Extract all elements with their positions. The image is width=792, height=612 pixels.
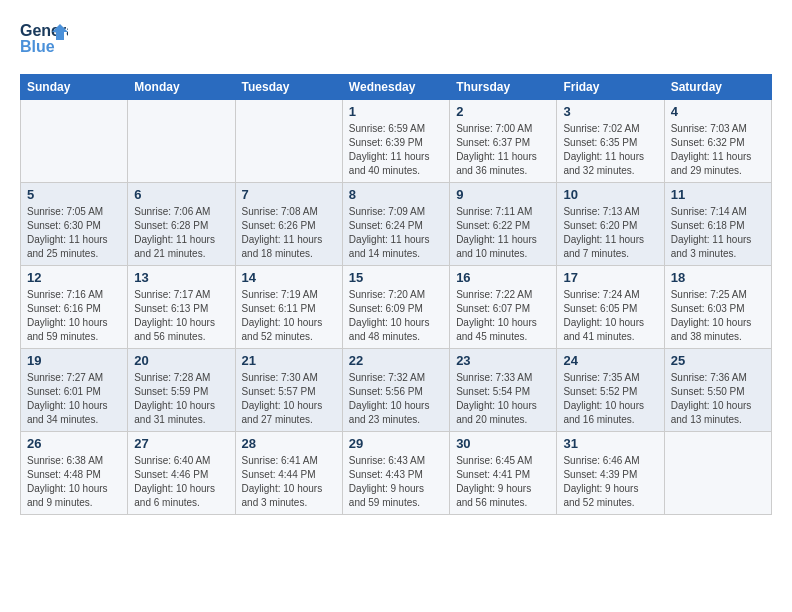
day-info: Sunrise: 7:33 AM Sunset: 5:54 PM Dayligh… bbox=[456, 371, 550, 427]
day-number: 5 bbox=[27, 187, 121, 202]
day-number: 6 bbox=[134, 187, 228, 202]
header: General Blue bbox=[20, 16, 772, 64]
day-number: 11 bbox=[671, 187, 765, 202]
calendar-cell: 24Sunrise: 7:35 AM Sunset: 5:52 PM Dayli… bbox=[557, 349, 664, 432]
day-info: Sunrise: 7:25 AM Sunset: 6:03 PM Dayligh… bbox=[671, 288, 765, 344]
day-number: 27 bbox=[134, 436, 228, 451]
day-info: Sunrise: 7:16 AM Sunset: 6:16 PM Dayligh… bbox=[27, 288, 121, 344]
day-info: Sunrise: 7:27 AM Sunset: 6:01 PM Dayligh… bbox=[27, 371, 121, 427]
calendar-cell bbox=[235, 100, 342, 183]
day-info: Sunrise: 7:06 AM Sunset: 6:28 PM Dayligh… bbox=[134, 205, 228, 261]
day-info: Sunrise: 6:59 AM Sunset: 6:39 PM Dayligh… bbox=[349, 122, 443, 178]
calendar-cell: 16Sunrise: 7:22 AM Sunset: 6:07 PM Dayli… bbox=[450, 266, 557, 349]
calendar-cell: 30Sunrise: 6:45 AM Sunset: 4:41 PM Dayli… bbox=[450, 432, 557, 515]
day-number: 31 bbox=[563, 436, 657, 451]
calendar-cell: 20Sunrise: 7:28 AM Sunset: 5:59 PM Dayli… bbox=[128, 349, 235, 432]
day-number: 15 bbox=[349, 270, 443, 285]
calendar-cell: 7Sunrise: 7:08 AM Sunset: 6:26 PM Daylig… bbox=[235, 183, 342, 266]
day-info: Sunrise: 7:02 AM Sunset: 6:35 PM Dayligh… bbox=[563, 122, 657, 178]
logo: General Blue bbox=[20, 16, 68, 64]
day-number: 22 bbox=[349, 353, 443, 368]
day-info: Sunrise: 6:45 AM Sunset: 4:41 PM Dayligh… bbox=[456, 454, 550, 510]
day-info: Sunrise: 7:32 AM Sunset: 5:56 PM Dayligh… bbox=[349, 371, 443, 427]
day-info: Sunrise: 7:05 AM Sunset: 6:30 PM Dayligh… bbox=[27, 205, 121, 261]
calendar-cell bbox=[21, 100, 128, 183]
day-number: 25 bbox=[671, 353, 765, 368]
calendar-cell: 18Sunrise: 7:25 AM Sunset: 6:03 PM Dayli… bbox=[664, 266, 771, 349]
day-info: Sunrise: 7:20 AM Sunset: 6:09 PM Dayligh… bbox=[349, 288, 443, 344]
day-info: Sunrise: 6:41 AM Sunset: 4:44 PM Dayligh… bbox=[242, 454, 336, 510]
calendar-cell: 19Sunrise: 7:27 AM Sunset: 6:01 PM Dayli… bbox=[21, 349, 128, 432]
day-info: Sunrise: 7:24 AM Sunset: 6:05 PM Dayligh… bbox=[563, 288, 657, 344]
calendar-week-5: 26Sunrise: 6:38 AM Sunset: 4:48 PM Dayli… bbox=[21, 432, 772, 515]
svg-text:Blue: Blue bbox=[20, 38, 55, 55]
calendar-cell: 26Sunrise: 6:38 AM Sunset: 4:48 PM Dayli… bbox=[21, 432, 128, 515]
day-number: 16 bbox=[456, 270, 550, 285]
weekday-header-sunday: Sunday bbox=[21, 75, 128, 100]
weekday-header-thursday: Thursday bbox=[450, 75, 557, 100]
day-number: 28 bbox=[242, 436, 336, 451]
day-info: Sunrise: 7:08 AM Sunset: 6:26 PM Dayligh… bbox=[242, 205, 336, 261]
calendar-cell: 1Sunrise: 6:59 AM Sunset: 6:39 PM Daylig… bbox=[342, 100, 449, 183]
day-number: 14 bbox=[242, 270, 336, 285]
calendar-cell: 25Sunrise: 7:36 AM Sunset: 5:50 PM Dayli… bbox=[664, 349, 771, 432]
day-number: 18 bbox=[671, 270, 765, 285]
calendar-cell: 4Sunrise: 7:03 AM Sunset: 6:32 PM Daylig… bbox=[664, 100, 771, 183]
calendar-cell: 10Sunrise: 7:13 AM Sunset: 6:20 PM Dayli… bbox=[557, 183, 664, 266]
day-number: 17 bbox=[563, 270, 657, 285]
calendar-cell: 14Sunrise: 7:19 AM Sunset: 6:11 PM Dayli… bbox=[235, 266, 342, 349]
day-number: 21 bbox=[242, 353, 336, 368]
page: General Blue SundayMondayTuesdayWednesda… bbox=[0, 0, 792, 531]
day-number: 19 bbox=[27, 353, 121, 368]
calendar-cell: 22Sunrise: 7:32 AM Sunset: 5:56 PM Dayli… bbox=[342, 349, 449, 432]
logo-icon: General Blue bbox=[20, 16, 68, 60]
day-number: 7 bbox=[242, 187, 336, 202]
weekday-header-friday: Friday bbox=[557, 75, 664, 100]
day-number: 8 bbox=[349, 187, 443, 202]
day-number: 24 bbox=[563, 353, 657, 368]
weekday-header-wednesday: Wednesday bbox=[342, 75, 449, 100]
calendar-cell: 11Sunrise: 7:14 AM Sunset: 6:18 PM Dayli… bbox=[664, 183, 771, 266]
calendar-cell: 8Sunrise: 7:09 AM Sunset: 6:24 PM Daylig… bbox=[342, 183, 449, 266]
calendar-cell: 6Sunrise: 7:06 AM Sunset: 6:28 PM Daylig… bbox=[128, 183, 235, 266]
day-number: 20 bbox=[134, 353, 228, 368]
day-info: Sunrise: 7:03 AM Sunset: 6:32 PM Dayligh… bbox=[671, 122, 765, 178]
day-number: 9 bbox=[456, 187, 550, 202]
day-info: Sunrise: 6:38 AM Sunset: 4:48 PM Dayligh… bbox=[27, 454, 121, 510]
calendar-cell: 17Sunrise: 7:24 AM Sunset: 6:05 PM Dayli… bbox=[557, 266, 664, 349]
calendar-cell: 5Sunrise: 7:05 AM Sunset: 6:30 PM Daylig… bbox=[21, 183, 128, 266]
weekday-header-saturday: Saturday bbox=[664, 75, 771, 100]
day-info: Sunrise: 7:17 AM Sunset: 6:13 PM Dayligh… bbox=[134, 288, 228, 344]
day-info: Sunrise: 7:19 AM Sunset: 6:11 PM Dayligh… bbox=[242, 288, 336, 344]
calendar-table: SundayMondayTuesdayWednesdayThursdayFrid… bbox=[20, 74, 772, 515]
calendar-cell: 21Sunrise: 7:30 AM Sunset: 5:57 PM Dayli… bbox=[235, 349, 342, 432]
weekday-header-tuesday: Tuesday bbox=[235, 75, 342, 100]
day-number: 3 bbox=[563, 104, 657, 119]
day-number: 29 bbox=[349, 436, 443, 451]
day-info: Sunrise: 7:22 AM Sunset: 6:07 PM Dayligh… bbox=[456, 288, 550, 344]
day-info: Sunrise: 7:28 AM Sunset: 5:59 PM Dayligh… bbox=[134, 371, 228, 427]
day-info: Sunrise: 7:36 AM Sunset: 5:50 PM Dayligh… bbox=[671, 371, 765, 427]
day-info: Sunrise: 6:43 AM Sunset: 4:43 PM Dayligh… bbox=[349, 454, 443, 510]
calendar-cell: 27Sunrise: 6:40 AM Sunset: 4:46 PM Dayli… bbox=[128, 432, 235, 515]
calendar-cell: 28Sunrise: 6:41 AM Sunset: 4:44 PM Dayli… bbox=[235, 432, 342, 515]
day-number: 13 bbox=[134, 270, 228, 285]
day-info: Sunrise: 7:35 AM Sunset: 5:52 PM Dayligh… bbox=[563, 371, 657, 427]
day-info: Sunrise: 7:13 AM Sunset: 6:20 PM Dayligh… bbox=[563, 205, 657, 261]
day-number: 26 bbox=[27, 436, 121, 451]
day-info: Sunrise: 7:11 AM Sunset: 6:22 PM Dayligh… bbox=[456, 205, 550, 261]
weekday-header-monday: Monday bbox=[128, 75, 235, 100]
day-info: Sunrise: 7:30 AM Sunset: 5:57 PM Dayligh… bbox=[242, 371, 336, 427]
calendar-cell: 9Sunrise: 7:11 AM Sunset: 6:22 PM Daylig… bbox=[450, 183, 557, 266]
day-info: Sunrise: 7:09 AM Sunset: 6:24 PM Dayligh… bbox=[349, 205, 443, 261]
calendar-week-3: 12Sunrise: 7:16 AM Sunset: 6:16 PM Dayli… bbox=[21, 266, 772, 349]
calendar-week-2: 5Sunrise: 7:05 AM Sunset: 6:30 PM Daylig… bbox=[21, 183, 772, 266]
calendar-cell: 31Sunrise: 6:46 AM Sunset: 4:39 PM Dayli… bbox=[557, 432, 664, 515]
calendar-cell bbox=[128, 100, 235, 183]
day-info: Sunrise: 7:00 AM Sunset: 6:37 PM Dayligh… bbox=[456, 122, 550, 178]
calendar-cell: 29Sunrise: 6:43 AM Sunset: 4:43 PM Dayli… bbox=[342, 432, 449, 515]
calendar-cell: 3Sunrise: 7:02 AM Sunset: 6:35 PM Daylig… bbox=[557, 100, 664, 183]
calendar-cell bbox=[664, 432, 771, 515]
day-info: Sunrise: 7:14 AM Sunset: 6:18 PM Dayligh… bbox=[671, 205, 765, 261]
calendar-cell: 13Sunrise: 7:17 AM Sunset: 6:13 PM Dayli… bbox=[128, 266, 235, 349]
